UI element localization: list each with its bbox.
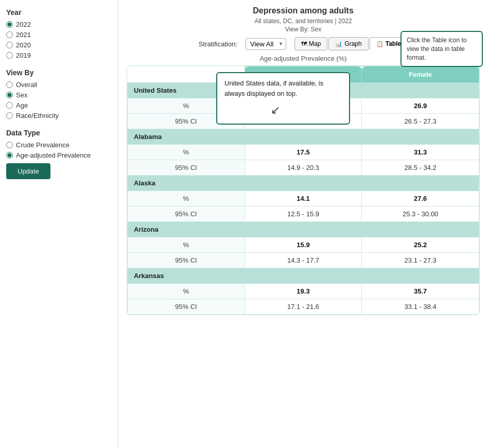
state-row-1: Alabama: [128, 129, 479, 145]
ci-row-1: 95% CI 14.9 - 20.3 28.5 - 34.2: [128, 160, 479, 176]
percent-label: %: [128, 191, 245, 206]
ci-row-4: 95% CI 17.1 - 21.6 33.1 - 38.4: [128, 299, 479, 315]
percent-male-4: 19.3: [245, 284, 362, 299]
sidebar: Year 2022 2021 2020 2019 View By: [0, 0, 118, 448]
year-section: Year 2022 2021 2020 2019: [6, 8, 112, 59]
tab-group: 🗺 Map 📊 Graph 📋 Table: [294, 37, 408, 50]
state-name: Alabama: [128, 129, 479, 145]
stratification-select-wrapper[interactable]: View All Male Female: [246, 38, 286, 50]
year-title: Year: [6, 8, 112, 16]
ci-row-3: 95% CI 14.3 - 17.7 23.1 - 27.3: [128, 253, 479, 268]
viewby-age[interactable]: Age: [6, 101, 112, 109]
chart-subtitle: All states, DC, and territories | 2022: [127, 18, 480, 25]
percent-label: %: [128, 237, 245, 253]
year-option-2022[interactable]: 2022: [6, 21, 112, 28]
datatype-section: Data Type Crude Prevalence Age-adjusted …: [6, 129, 112, 179]
state-name: Alaska: [128, 176, 479, 191]
ci-male-1: 14.9 - 20.3: [245, 160, 362, 176]
percent-male-3: 15.9: [245, 237, 362, 253]
datatype-radio-group: Crude Prevalence Age-adjusted Prevalence: [6, 141, 112, 159]
stratification-label: Stratification:: [199, 40, 237, 48]
percent-female-0: 26.9: [362, 98, 479, 114]
info-callout: United States data, if available, is alw…: [216, 72, 350, 125]
ci-female-1: 28.5 - 34.2: [362, 160, 479, 176]
percent-row-2: % 14.1 27.6: [128, 191, 479, 206]
map-icon: 🗺: [301, 41, 307, 47]
viewby-sex[interactable]: Sex: [6, 91, 112, 99]
ci-label: 95% CI: [128, 160, 245, 176]
stratification-select[interactable]: View All Male Female: [246, 38, 286, 50]
table-icon: 📋: [376, 41, 384, 47]
ci-label: 95% CI: [128, 299, 245, 315]
percent-label: %: [128, 284, 245, 299]
state-name: Arizona: [128, 222, 479, 237]
year-option-2019[interactable]: 2019: [6, 51, 112, 59]
ci-female-2: 25.3 - 30.00: [362, 206, 479, 222]
viewby-overall[interactable]: Overall: [6, 81, 112, 89]
percent-female-2: 27.6: [362, 191, 479, 206]
ci-label: 95% CI: [128, 206, 245, 222]
ci-male-4: 17.1 - 21.6: [245, 299, 362, 315]
viewby-section: View By Overall Sex Age Race/Ethnicity: [6, 68, 112, 119]
col-header-female: Female: [362, 66, 479, 83]
datatype-title: Data Type: [6, 129, 112, 137]
percent-row-1: % 17.5 31.3: [128, 145, 479, 160]
state-row-3: Arizona: [128, 222, 479, 237]
state-row-4: Arkansas: [128, 268, 479, 284]
year-radio-group: 2022 2021 2020 2019: [6, 21, 112, 59]
percent-male-2: 14.1: [245, 191, 362, 206]
percent-row-4: % 19.3 35.7: [128, 284, 479, 299]
tooltip-callout: Click the Table icon to view the data in…: [400, 31, 483, 67]
percent-row-3: % 15.9 25.2: [128, 237, 479, 253]
graph-icon: 📊: [335, 41, 342, 47]
state-name: Arkansas: [128, 268, 479, 284]
tab-graph[interactable]: 📊 Graph: [328, 37, 368, 50]
main-content: Click the Table icon to view the data in…: [118, 0, 488, 448]
percent-label: %: [128, 145, 245, 160]
viewby-radio-group: Overall Sex Age Race/Ethnicity: [6, 81, 112, 119]
state-row-2: Alaska: [128, 176, 479, 191]
callout-arrow-icon: ↙: [271, 101, 342, 118]
year-option-2021[interactable]: 2021: [6, 31, 112, 39]
datatype-age-adjusted[interactable]: Age-adjusted Prevalence: [6, 151, 112, 159]
ci-male-2: 12.5 - 15.9: [245, 206, 362, 222]
ci-female-3: 23.1 - 27.3: [362, 253, 479, 268]
year-option-2020[interactable]: 2020: [6, 41, 112, 49]
ci-row-2: 95% CI 12.5 - 15.9 25.3 - 30.00: [128, 206, 479, 222]
datatype-crude[interactable]: Crude Prevalence: [6, 141, 112, 149]
ci-label: 95% CI: [128, 253, 245, 268]
ci-male-3: 14.3 - 17.7: [245, 253, 362, 268]
percent-female-3: 25.2: [362, 237, 479, 253]
percent-male-1: 17.5: [245, 145, 362, 160]
ci-female-0: 26.5 - 27.3: [362, 114, 479, 129]
viewby-title: View By: [6, 68, 112, 77]
update-button[interactable]: Update: [6, 163, 50, 179]
tab-map[interactable]: 🗺 Map: [294, 37, 327, 50]
percent-female-1: 31.3: [362, 145, 479, 160]
percent-female-4: 35.7: [362, 284, 479, 299]
ci-female-4: 33.1 - 38.4: [362, 299, 479, 315]
viewby-race[interactable]: Race/Ethnicity: [6, 112, 112, 119]
chart-title: Depression among adults: [127, 6, 480, 15]
